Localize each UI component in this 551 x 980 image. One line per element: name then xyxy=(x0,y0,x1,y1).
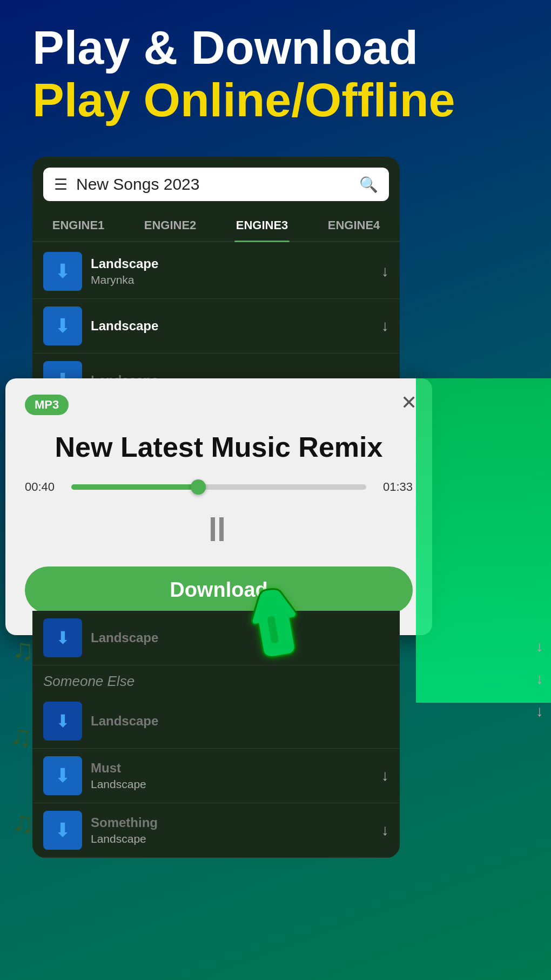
header-line1: Play & Download xyxy=(32,22,519,74)
song-artist: Landscape xyxy=(91,778,373,791)
cloud-download-icon: ⬇ xyxy=(55,315,71,337)
song-title: Must xyxy=(91,761,373,776)
player-title: New Latest Music Remix xyxy=(25,430,413,464)
header-area: Play & Download Play Online/Offline xyxy=(32,22,519,126)
song-artist: Marynka xyxy=(91,274,373,286)
song-item[interactable]: ⬇ Landscape Marynka ↓ xyxy=(32,244,400,299)
right-arrow-2: ↓ xyxy=(536,670,543,688)
song-title: Something xyxy=(91,815,373,830)
music-note-icon-left1: ♫ xyxy=(12,632,34,667)
song-title: Landscape xyxy=(91,714,389,729)
mp3-badge: MP3 xyxy=(25,395,69,415)
cloud-download-icon: ⬇ xyxy=(55,819,71,842)
pause-icon[interactable]: ⏸ xyxy=(200,509,238,549)
song-thumbnail: ⬇ xyxy=(43,811,82,850)
song-thumbnail: ⬇ xyxy=(43,306,82,345)
cloud-download-icon: ⬇ xyxy=(55,260,71,283)
song-item[interactable]: ⬇ Must Landscape ↓ xyxy=(32,749,400,803)
song-thumbnail: ⬇ xyxy=(43,702,82,741)
right-arrow-3: ↓ xyxy=(536,703,543,720)
progress-row: 00:40 01:33 xyxy=(25,480,413,494)
song-info: Landscape xyxy=(91,714,389,729)
right-arrow-1: ↓ xyxy=(536,638,543,655)
song-item[interactable]: ⬇ Landscape xyxy=(32,694,400,749)
search-icon[interactable]: 🔍 xyxy=(359,176,378,194)
current-time: 00:40 xyxy=(25,480,63,494)
download-arrow-icon[interactable]: ↓ xyxy=(381,263,389,280)
download-arrow-icon[interactable]: ↓ xyxy=(381,767,389,784)
header-line2: Play Online/Offline xyxy=(32,74,519,126)
song-info: Something Landscape xyxy=(91,815,373,845)
close-button[interactable]: ✕ xyxy=(401,391,417,414)
menu-icon[interactable]: ☰ xyxy=(54,176,68,194)
song-thumbnail: ⬇ xyxy=(43,618,82,657)
progress-bar[interactable] xyxy=(71,484,366,490)
download-button[interactable]: Download xyxy=(25,566,413,614)
tab-engine2[interactable]: ENGINE2 xyxy=(124,210,216,241)
progress-fill xyxy=(71,484,198,490)
song-info: Landscape xyxy=(91,318,373,334)
section-label: Someone Else xyxy=(32,665,400,694)
bottom-song-list: ⬇ Landscape Someone Else ⬇ Landscape ⬇ M… xyxy=(32,611,400,858)
right-download-arrows: ↓ ↓ ↓ xyxy=(536,638,543,720)
cloud-download-icon: ⬇ xyxy=(55,764,71,787)
song-thumbnail: ⬇ xyxy=(43,252,82,291)
progress-thumb xyxy=(191,479,206,495)
tab-engine1[interactable]: ENGINE1 xyxy=(32,210,124,241)
download-arrow-icon[interactable]: ↓ xyxy=(381,317,389,335)
song-info: Must Landscape xyxy=(91,761,373,791)
tab-engine3[interactable]: ENGINE3 xyxy=(216,210,308,241)
song-info: Landscape Marynka xyxy=(91,256,373,286)
song-item[interactable]: ⬇ Landscape xyxy=(32,611,400,665)
song-item[interactable]: ⬇ Something Landscape ↓ xyxy=(32,803,400,858)
download-arrow-icon[interactable]: ↓ xyxy=(381,822,389,839)
total-time: 01:33 xyxy=(375,480,413,494)
song-artist: Landscape xyxy=(91,832,373,845)
search-bar[interactable]: ☰ New Songs 2023 🔍 xyxy=(43,168,389,201)
search-text: New Songs 2023 xyxy=(76,175,351,194)
right-accent-strip xyxy=(416,378,551,703)
song-item[interactable]: ⬇ Landscape ↓ xyxy=(32,299,400,354)
music-note-icon-left3: ♫ xyxy=(12,805,34,840)
tabs: ENGINE1 ENGINE2 ENGINE3 ENGINE4 xyxy=(32,210,400,242)
song-thumbnail: ⬇ xyxy=(43,756,82,795)
tab-engine4[interactable]: ENGINE4 xyxy=(308,210,400,241)
player-overlay: MP3 ✕ New Latest Music Remix 00:40 01:33… xyxy=(5,378,432,635)
song-title: Landscape xyxy=(91,256,373,271)
playback-controls: ⏸ xyxy=(25,509,413,549)
music-note-icon-left2: ♫ xyxy=(10,719,32,754)
song-title: Landscape xyxy=(91,318,373,334)
